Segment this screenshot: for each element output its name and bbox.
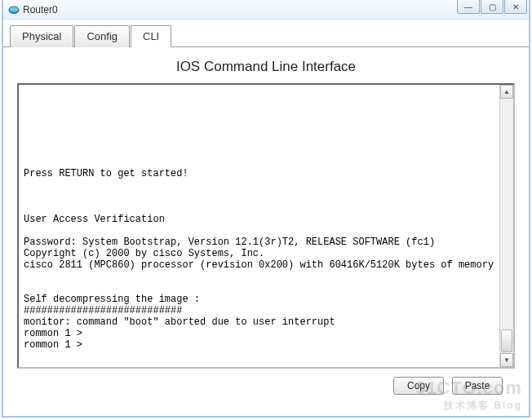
svg-point-1 bbox=[9, 7, 19, 12]
scroll-thumb[interactable] bbox=[501, 329, 512, 352]
minimize-button[interactable]: — bbox=[457, 0, 480, 14]
router-icon bbox=[8, 4, 20, 15]
cli-heading: IOS Command Line Interface bbox=[15, 59, 517, 75]
scroll-up-icon[interactable]: ▲ bbox=[500, 85, 513, 99]
app-window: Router0 — ▢ ✕ Physical Config CLI IOS Co… bbox=[2, 0, 530, 418]
tab-config[interactable]: Config bbox=[74, 25, 130, 47]
tab-cli[interactable]: CLI bbox=[131, 25, 171, 47]
titlebar: Router0 — ▢ ✕ bbox=[3, 0, 529, 20]
button-row: Copy Paste bbox=[15, 377, 503, 395]
close-button[interactable]: ✕ bbox=[504, 0, 527, 14]
scrollbar[interactable]: ▲ ▼ bbox=[499, 85, 513, 367]
tab-row: Physical Config CLI bbox=[3, 20, 529, 47]
window-title: Router0 bbox=[23, 4, 58, 15]
tab-physical[interactable]: Physical bbox=[10, 25, 73, 47]
scroll-down-icon[interactable]: ▼ bbox=[500, 353, 513, 367]
terminal-container: Press RETURN to get started! User Access… bbox=[17, 83, 515, 369]
maximize-button[interactable]: ▢ bbox=[481, 0, 503, 14]
window-controls: — ▢ ✕ bbox=[457, 0, 527, 14]
copy-button[interactable]: Copy bbox=[393, 377, 444, 395]
cli-terminal[interactable]: Press RETURN to get started! User Access… bbox=[19, 85, 513, 367]
paste-button[interactable]: Paste bbox=[452, 377, 503, 395]
tab-content: IOS Command Line Interface Press RETURN … bbox=[3, 47, 529, 406]
